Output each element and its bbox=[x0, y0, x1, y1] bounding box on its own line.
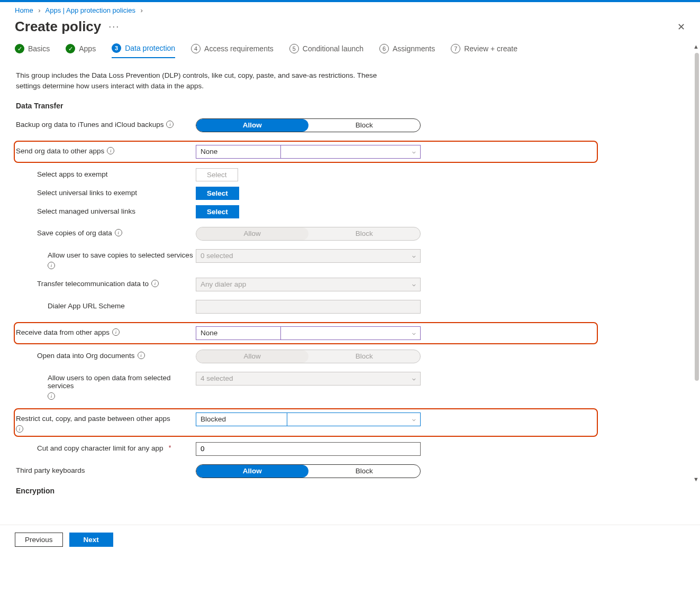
step-review-create[interactable]: 7Review + create bbox=[451, 43, 517, 58]
chevron-down-icon: ⌵ bbox=[412, 329, 416, 336]
label-transfer-telecom: Transfer telecommunication data to i bbox=[16, 278, 196, 288]
toggle-backup[interactable]: Allow Block bbox=[196, 118, 421, 132]
chevron-down-icon: ⌵ bbox=[412, 148, 416, 155]
info-icon[interactable]: i bbox=[107, 147, 114, 154]
select-value: Blocked bbox=[201, 415, 226, 423]
info-icon[interactable]: i bbox=[166, 121, 174, 128]
step-assignments[interactable]: 6Assignments bbox=[379, 43, 435, 58]
scroll-down-icon[interactable]: ▼ bbox=[693, 476, 699, 482]
toggle-block: Block bbox=[308, 350, 421, 363]
select-open-services: 4 selected⌵ bbox=[196, 372, 421, 386]
step-number-icon: 4 bbox=[191, 44, 201, 53]
select-restrict-ccp[interactable]: ⌵ bbox=[287, 412, 421, 426]
toggle-allow[interactable]: Allow bbox=[196, 119, 308, 132]
toggle-allow: Allow bbox=[196, 350, 308, 363]
step-number-icon: 6 bbox=[379, 44, 389, 53]
info-icon[interactable]: i bbox=[112, 328, 120, 336]
wizard-steps: Basics Apps 3Data protection 4Access req… bbox=[0, 43, 700, 59]
breadcrumb-home[interactable]: Home bbox=[15, 6, 33, 14]
step-number-icon: 5 bbox=[289, 44, 299, 53]
footer: Previous Next bbox=[0, 525, 700, 560]
toggle-block[interactable]: Block bbox=[308, 465, 421, 478]
section-title-encryption: Encryption bbox=[16, 487, 598, 495]
select-receive-data-visible[interactable]: None bbox=[196, 326, 280, 340]
select-apps-exempt-button: Select bbox=[196, 168, 238, 181]
select-receive-data[interactable]: ⌵ bbox=[280, 326, 421, 340]
chevron-down-icon: ⌵ bbox=[412, 252, 416, 259]
label-third-party-kb: Third party keyboards bbox=[16, 464, 196, 474]
check-icon bbox=[66, 44, 75, 53]
select-value: None bbox=[201, 329, 217, 337]
breadcrumb: Home › Apps | App protection policies › bbox=[0, 2, 700, 16]
highlight-receive-data: Receive data from other apps i None ⌵ bbox=[14, 322, 598, 344]
scrollbar[interactable] bbox=[695, 53, 699, 381]
label-open-into-org: Open data into Org documents i bbox=[16, 350, 196, 360]
select-value: 4 selected bbox=[201, 374, 233, 382]
toggle-allow[interactable]: Allow bbox=[196, 465, 308, 478]
info-icon[interactable]: i bbox=[138, 352, 145, 359]
select-send-org[interactable]: ⌵ bbox=[280, 145, 421, 159]
label-select-managed-links: Select managed universal links bbox=[16, 205, 196, 215]
info-icon[interactable]: i bbox=[48, 262, 55, 269]
breadcrumb-apps[interactable]: Apps | App protection policies bbox=[46, 6, 135, 14]
step-conditional-launch[interactable]: 5Conditional launch bbox=[289, 43, 363, 58]
label-select-apps-exempt: Select apps to exempt bbox=[16, 168, 196, 178]
highlight-restrict-ccp: Restrict cut, copy, and paste between ot… bbox=[14, 408, 598, 437]
chevron-down-icon: ⌵ bbox=[412, 281, 416, 288]
label-select-universal-links: Select universal links to exempt bbox=[16, 187, 196, 197]
label-backup: Backup org data to iTunes and iCloud bac… bbox=[16, 118, 196, 129]
info-icon[interactable]: i bbox=[151, 280, 159, 287]
select-value: None bbox=[201, 148, 217, 155]
required-indicator: * bbox=[169, 444, 171, 452]
label-send-org-data: Send org data to other apps i bbox=[16, 145, 196, 155]
select-transfer-telecom: Any dialer app⌵ bbox=[196, 278, 421, 291]
select-send-org-visible[interactable]: None bbox=[196, 145, 280, 159]
scroll-up-icon[interactable]: ▲ bbox=[693, 43, 699, 50]
select-value: Any dialer app bbox=[201, 280, 246, 288]
select-managed-links-button[interactable]: Select bbox=[196, 205, 239, 218]
label-allow-open-services: Allow users to open data from selected s… bbox=[16, 372, 196, 400]
label-receive-data: Receive data from other apps i bbox=[16, 326, 196, 336]
toggle-third-party-kb[interactable]: Allow Block bbox=[196, 464, 421, 478]
step-apps[interactable]: Apps bbox=[66, 43, 96, 58]
input-ccp-limit[interactable] bbox=[196, 442, 421, 456]
close-icon[interactable]: ✕ bbox=[677, 21, 685, 33]
select-save-services: 0 selected⌵ bbox=[196, 249, 421, 263]
step-basics[interactable]: Basics bbox=[15, 43, 50, 58]
select-value: 0 selected bbox=[201, 252, 233, 260]
toggle-block: Block bbox=[308, 227, 421, 240]
chevron-right-icon: › bbox=[38, 6, 40, 14]
label-ccp-limit: Cut and copy character limit for any app… bbox=[16, 442, 196, 452]
next-button[interactable]: Next bbox=[69, 533, 113, 547]
check-icon bbox=[15, 44, 24, 53]
label-allow-save-services: Allow user to save copies to selected se… bbox=[16, 249, 196, 269]
select-restrict-ccp-visible[interactable]: Blocked bbox=[196, 412, 287, 426]
info-icon[interactable]: i bbox=[115, 229, 122, 236]
highlight-send-org-data: Send org data to other apps i None ⌵ bbox=[14, 141, 598, 163]
step-number-icon: 3 bbox=[112, 43, 121, 53]
previous-button[interactable]: Previous bbox=[15, 533, 63, 547]
more-menu-icon[interactable]: ··· bbox=[108, 21, 120, 32]
toggle-open-into-org: Allow Block bbox=[196, 350, 421, 363]
chevron-down-icon: ⌵ bbox=[412, 375, 416, 382]
page-title: Create policy bbox=[15, 19, 101, 35]
info-icon[interactable]: i bbox=[48, 392, 55, 400]
section-title-data-transfer: Data Transfer bbox=[16, 102, 598, 110]
info-icon[interactable]: i bbox=[16, 425, 23, 433]
chevron-right-icon: › bbox=[141, 6, 143, 14]
toggle-block[interactable]: Block bbox=[308, 119, 421, 132]
toggle-save-copies: Allow Block bbox=[196, 227, 421, 241]
label-save-copies: Save copies of org data i bbox=[16, 227, 196, 237]
label-restrict-ccp: Restrict cut, copy, and paste between ot… bbox=[16, 412, 175, 433]
input-dialer-scheme bbox=[196, 300, 421, 314]
toggle-allow: Allow bbox=[196, 227, 308, 240]
step-number-icon: 7 bbox=[451, 44, 460, 53]
label-dialer-scheme: Dialer App URL Scheme bbox=[16, 300, 196, 310]
section-description: This group includes the Data Loss Preven… bbox=[16, 70, 386, 92]
step-access-requirements[interactable]: 4Access requirements bbox=[191, 43, 274, 58]
step-data-protection[interactable]: 3Data protection bbox=[112, 43, 175, 58]
chevron-down-icon: ⌵ bbox=[412, 416, 416, 423]
select-universal-links-button[interactable]: Select bbox=[196, 187, 239, 200]
